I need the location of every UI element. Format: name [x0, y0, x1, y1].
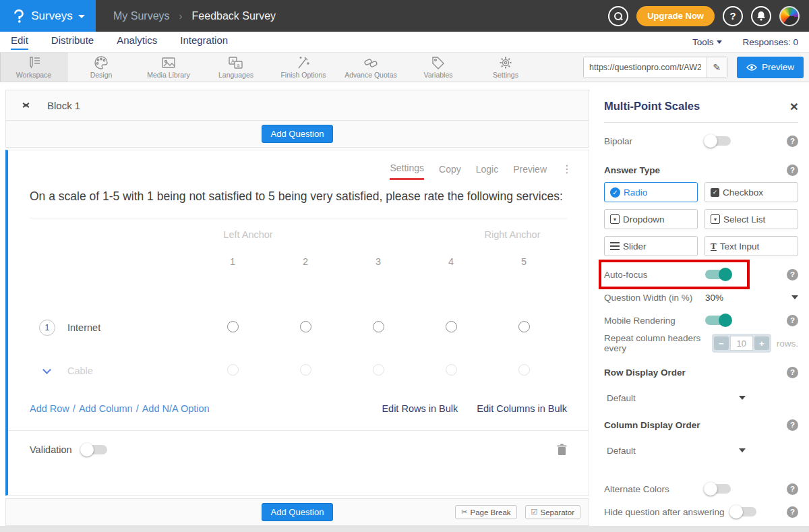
radio-button[interactable] — [518, 321, 530, 332]
preview-button[interactable]: Preview — [737, 57, 804, 78]
delete-question-icon[interactable] — [557, 444, 567, 456]
topbar: Surveys My Surveys › Feedback Survey Upg… — [0, 0, 809, 32]
tools-menu[interactable]: Tools — [692, 37, 723, 47]
column-header[interactable]: 3 — [342, 256, 415, 267]
row-label[interactable]: Cable — [67, 365, 93, 376]
radio-button[interactable] — [373, 364, 384, 376]
edit-rows-in-bulk-link[interactable]: Edit Rows in Bulk — [382, 403, 458, 414]
help-icon[interactable] — [787, 269, 798, 280]
help-button[interactable]: ? — [723, 6, 743, 26]
toolbar-item-design[interactable]: Design — [67, 53, 135, 82]
avatar[interactable] — [779, 6, 800, 26]
toolbar-item-media-library[interactable]: Media Library — [135, 53, 202, 82]
add-row-link[interactable]: Add Row — [30, 403, 69, 414]
add-question-button-bottom[interactable]: Add Question — [262, 503, 334, 521]
row-display-order-select[interactable]: Default — [604, 388, 746, 407]
question-tab-settings[interactable]: Settings — [390, 162, 424, 180]
help-icon[interactable] — [787, 315, 798, 326]
answer-type-slider[interactable]: Slider — [604, 236, 698, 256]
column-header[interactable]: 5 — [487, 256, 560, 267]
toolbar-item-variables[interactable]: Variables — [404, 53, 472, 82]
auto-focus-label: Auto-focus — [604, 270, 705, 280]
block-title[interactable]: Block 1 — [47, 100, 80, 111]
collapse-block-icon[interactable] — [24, 101, 28, 109]
question-tabs: Settings Copy Logic Preview ⋮ — [8, 150, 589, 180]
chevron-down-icon[interactable] — [42, 365, 51, 374]
column-header[interactable]: 4 — [415, 256, 487, 267]
radio-button[interactable] — [227, 364, 239, 376]
help-icon[interactable] — [787, 165, 798, 176]
radio-button[interactable] — [227, 321, 239, 332]
toolbar-item-workspace[interactable]: Workspace — [0, 53, 67, 82]
row-label[interactable]: Internet — [67, 322, 100, 333]
column-display-order-select[interactable]: Default — [604, 441, 746, 460]
nav-tabs-row: Edit Distribute Analytics Integration To… — [0, 32, 809, 52]
bipolar-toggle[interactable] — [705, 136, 731, 146]
auto-focus-toggle[interactable] — [705, 270, 731, 279]
toolbar-item-settings[interactable]: Settings — [472, 53, 539, 82]
radio-button[interactable] — [373, 321, 384, 332]
repeat-headers-value[interactable]: 10 — [730, 336, 753, 351]
edit-columns-in-bulk-link[interactable]: Edit Columns in Bulk — [477, 403, 567, 414]
left-anchor-input[interactable]: Left Anchor — [194, 229, 302, 240]
question-tab-copy[interactable]: Copy — [439, 164, 461, 179]
toolbar-item-languages[interactable]: A a Languages — [202, 53, 270, 82]
add-na-option-link[interactable]: Add N/A Option — [142, 403, 210, 414]
question-more-menu-icon[interactable]: ⋮ — [562, 162, 572, 180]
product-switcher[interactable]: Surveys — [0, 0, 96, 32]
hide-question-toggle[interactable] — [731, 507, 756, 516]
tab-distribute[interactable]: Distribute — [51, 34, 94, 50]
separator-label: Separator — [540, 508, 574, 516]
question-tab-logic[interactable]: Logic — [476, 164, 498, 179]
close-icon[interactable]: × — [790, 101, 798, 112]
workspace-icon — [26, 56, 42, 69]
radio-button[interactable] — [300, 364, 311, 376]
question-tab-preview[interactable]: Preview — [513, 164, 547, 179]
toolbar-item-finish-options[interactable]: Finish Options — [270, 53, 337, 82]
edit-url-button[interactable]: ✎ — [707, 57, 727, 78]
tab-edit[interactable]: Edit — [11, 34, 28, 50]
upgrade-now-button[interactable]: Upgrade Now — [636, 6, 715, 26]
tab-analytics[interactable]: Analytics — [117, 34, 157, 50]
help-icon[interactable] — [787, 506, 798, 518]
increment-button[interactable]: + — [754, 336, 769, 350]
separator-button[interactable]: ☑ Separator — [525, 505, 580, 519]
answer-type-dropdown[interactable]: ▾ Dropdown — [604, 209, 698, 229]
question-text[interactable]: On a scale of 1-5 with 1 being not satis… — [30, 187, 567, 218]
answer-type-select-list[interactable]: ▾ Select List — [705, 209, 798, 229]
alternate-colors-toggle[interactable] — [705, 484, 731, 494]
radio-button[interactable] — [446, 364, 457, 376]
notifications-button[interactable] — [751, 6, 771, 26]
chevron-down-icon — [78, 15, 85, 18]
alternate-colors-row: Alternate Colors — [604, 477, 798, 500]
right-anchor-input[interactable]: Right Anchor — [458, 229, 566, 240]
tab-integration[interactable]: Integration — [180, 34, 228, 50]
add-column-link[interactable]: Add Column — [79, 403, 133, 414]
mobile-rendering-toggle[interactable] — [705, 316, 731, 325]
chevron-down-icon[interactable] — [791, 295, 798, 299]
breadcrumb-parent[interactable]: My Surveys — [113, 10, 170, 22]
radio-button[interactable] — [446, 321, 457, 332]
survey-url-input[interactable] — [584, 57, 707, 78]
column-header[interactable]: 2 — [269, 256, 342, 267]
answer-type-radio[interactable]: ✓ Radio — [604, 182, 698, 202]
question-width-value[interactable]: 30% — [705, 293, 723, 303]
search-button[interactable] — [608, 6, 628, 26]
page-break-button[interactable]: ✂ Page Break — [455, 505, 516, 519]
help-icon[interactable] — [787, 419, 798, 431]
answer-type-checkbox[interactable]: ✓ Checkbox — [705, 182, 798, 202]
add-question-button-top[interactable]: Add Question — [262, 125, 334, 143]
validation-toggle[interactable] — [82, 445, 107, 454]
answer-type-text-input[interactable]: T Text Input — [705, 236, 798, 256]
radio-button[interactable] — [300, 321, 311, 332]
responses-count[interactable]: Responses: 0 — [742, 37, 798, 47]
help-icon[interactable] — [787, 483, 798, 495]
help-icon[interactable] — [787, 367, 798, 378]
toolbar-item-advance-quotas[interactable]: Advance Quotas — [337, 53, 404, 82]
radio-button[interactable] — [518, 364, 530, 376]
decrement-button[interactable]: − — [714, 336, 729, 350]
auto-focus-row: Auto-focus — [604, 263, 798, 286]
column-header[interactable]: 1 — [196, 256, 269, 267]
link-separator: / — [73, 403, 76, 414]
help-icon[interactable] — [787, 136, 798, 147]
